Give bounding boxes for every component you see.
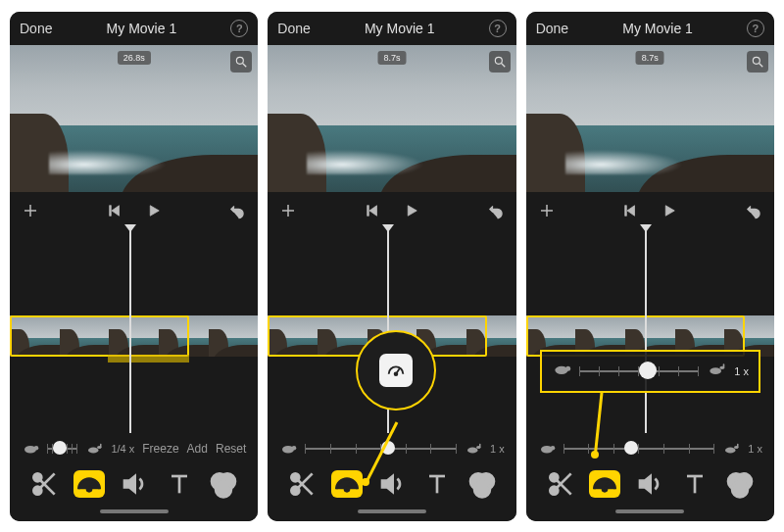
svg-rect-61 — [737, 443, 739, 448]
help-button[interactable]: ? — [230, 20, 248, 37]
rabbit-icon — [85, 442, 103, 456]
svg-marker-28 — [369, 205, 377, 216]
svg-rect-5 — [109, 205, 111, 216]
video-preview[interactable]: 8.7s — [268, 45, 515, 192]
svg-point-23 — [216, 481, 231, 497]
project-title: My Movie 1 — [311, 21, 489, 36]
titles-button[interactable] — [164, 470, 195, 498]
callout-speed-icon — [356, 330, 436, 411]
bottom-controls: 1 x — [526, 433, 774, 521]
screen-3: Done My Movie 1 ? 8.7s — [526, 12, 774, 521]
reset-button[interactable]: Reset — [216, 442, 246, 456]
speed-button[interactable] — [74, 470, 105, 498]
svg-line-51 — [760, 63, 763, 67]
filters-button[interactable] — [208, 470, 239, 498]
timeline[interactable] — [10, 225, 258, 433]
add-media-button[interactable] — [279, 202, 297, 219]
play-button[interactable] — [403, 202, 420, 219]
svg-point-17 — [87, 487, 91, 491]
header: Done My Movie 1 ? — [268, 12, 515, 45]
clip-strip[interactable] — [10, 315, 258, 357]
speed-region — [108, 355, 189, 363]
skip-back-button[interactable] — [106, 202, 123, 219]
scissors-button[interactable] — [545, 470, 576, 498]
screen-1: Done My Movie 1 ? 26.8s — [10, 12, 258, 521]
bottom-controls: 1/4 x Freeze Add Reset — [10, 433, 258, 521]
speed-row: 1 x — [277, 437, 506, 460]
svg-point-50 — [753, 57, 760, 64]
skip-back-button[interactable] — [621, 202, 639, 219]
video-preview[interactable]: 8.7s — [526, 45, 774, 192]
play-button[interactable] — [145, 202, 163, 219]
callout-anchor — [362, 478, 369, 486]
add-media-button[interactable] — [538, 202, 556, 219]
timeline[interactable] — [526, 225, 774, 433]
svg-point-73 — [732, 481, 748, 497]
scissors-button[interactable] — [28, 470, 60, 498]
play-button[interactable] — [661, 202, 678, 219]
done-button[interactable]: Done — [536, 21, 568, 36]
titles-button[interactable] — [679, 470, 710, 498]
filters-button[interactable] — [724, 470, 756, 498]
done-button[interactable]: Done — [277, 21, 310, 36]
undo-button[interactable] — [487, 202, 505, 219]
playhead[interactable] — [645, 225, 647, 433]
svg-point-24 — [495, 57, 502, 64]
speed-slider[interactable] — [564, 442, 715, 456]
volume-button[interactable] — [634, 470, 665, 498]
zoom-button[interactable] — [230, 51, 252, 73]
speed-slider-zoom — [579, 364, 700, 378]
svg-point-47 — [474, 481, 490, 497]
svg-rect-29 — [368, 205, 369, 216]
bottom-controls: 1 x — [268, 433, 515, 521]
header: Done My Movie 1 ? — [10, 12, 258, 45]
home-indicator — [615, 509, 684, 513]
speed-value-zoom: 1 x — [734, 365, 749, 377]
turtle-icon — [552, 363, 571, 380]
zoom-button[interactable] — [747, 51, 768, 73]
transport-bar — [526, 192, 774, 225]
svg-point-67 — [603, 487, 607, 491]
volume-button[interactable] — [376, 470, 408, 498]
add-range-button[interactable]: Add — [187, 442, 208, 456]
help-button[interactable]: ? — [747, 20, 764, 37]
speed-button[interactable] — [331, 470, 363, 498]
header: Done My Movie 1 ? — [526, 12, 774, 45]
turtle-icon — [279, 442, 297, 456]
speed-button[interactable] — [589, 470, 620, 498]
magnifier-icon — [234, 55, 248, 69]
playhead[interactable] — [129, 225, 131, 433]
skip-back-button[interactable] — [364, 202, 381, 219]
svg-rect-11 — [100, 443, 102, 448]
svg-point-0 — [237, 57, 244, 64]
scissors-button[interactable] — [286, 470, 318, 498]
svg-point-33 — [467, 447, 478, 453]
svg-point-32 — [292, 446, 297, 451]
turtle-icon — [538, 442, 556, 456]
svg-point-59 — [725, 447, 736, 453]
speed-slider[interactable] — [47, 442, 77, 456]
svg-marker-42 — [381, 474, 393, 493]
volume-button[interactable] — [119, 470, 150, 498]
undo-button[interactable] — [228, 202, 246, 219]
magnifier-icon — [751, 55, 764, 69]
svg-marker-30 — [408, 205, 416, 216]
home-indicator — [358, 509, 426, 513]
svg-marker-68 — [640, 474, 652, 493]
transport-bar — [268, 192, 515, 225]
tool-row — [20, 466, 248, 500]
svg-marker-56 — [666, 205, 675, 216]
titles-button[interactable] — [421, 470, 453, 498]
add-media-button[interactable] — [22, 202, 39, 219]
speed-row: 1 x — [536, 437, 764, 460]
filters-button[interactable] — [466, 470, 498, 498]
speed-value: 1 x — [748, 443, 762, 455]
rabbit-icon — [722, 442, 740, 456]
zoom-button[interactable] — [489, 51, 511, 73]
svg-point-9 — [88, 447, 99, 453]
video-preview[interactable]: 26.8s — [10, 45, 258, 192]
undo-button[interactable] — [745, 202, 762, 219]
help-button[interactable]: ? — [489, 20, 507, 37]
freeze-button[interactable]: Freeze — [142, 442, 178, 456]
done-button[interactable]: Done — [20, 21, 52, 36]
